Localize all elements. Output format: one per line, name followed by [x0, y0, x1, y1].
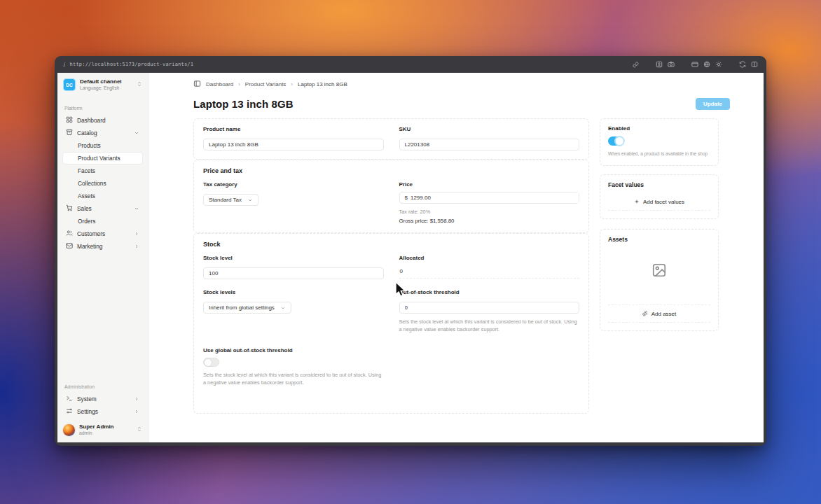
nav-section-platform: Platform: [64, 106, 141, 111]
sliders-icon: [66, 407, 73, 416]
price-tax-card: Price and tax Tax category Standard Tax: [193, 160, 589, 233]
breadcrumb-separator: ›: [291, 81, 293, 88]
sidebar-item-facets[interactable]: Facets: [63, 165, 142, 176]
chevron-right-icon: [134, 396, 139, 402]
channel-language: Language: English: [80, 85, 132, 91]
sidebar-item-label: Products: [78, 142, 139, 149]
stock-card: Stock Stock level Allocated 0 S: [193, 233, 589, 414]
mail-icon: [66, 242, 73, 251]
chevron-down-icon: [134, 206, 139, 211]
tax-rate-text: Tax rate: 20%: [399, 209, 580, 215]
sidebar-item-orders[interactable]: Orders: [63, 216, 142, 227]
tax-category-value: Standard Tax: [209, 197, 242, 203]
stock-levels-value: Inherit from global settings: [209, 304, 275, 311]
price-input-group: $: [399, 192, 580, 204]
breadcrumb-separator: ›: [238, 81, 240, 88]
enabled-label: Enabled: [608, 125, 710, 132]
sidebar-item-customers[interactable]: Customers: [63, 228, 142, 239]
channel-badge: DC: [63, 78, 76, 91]
global-oos-toggle[interactable]: [203, 358, 219, 367]
global-oos-help: Sets the stock level at which this varia…: [203, 372, 384, 386]
breadcrumb-item[interactable]: Product Variants: [245, 81, 287, 88]
breadcrumb-item[interactable]: Dashboard: [206, 81, 233, 88]
sidebar-item-label: Collections: [78, 180, 139, 187]
columns-icon[interactable]: [751, 61, 758, 68]
sidebar-item-settings[interactable]: Settings: [63, 406, 142, 417]
chevron-down-icon: [134, 130, 139, 136]
sidebar-item-collections[interactable]: Collections: [63, 178, 142, 189]
sku-input[interactable]: [399, 139, 580, 150]
sku-label: SKU: [399, 126, 580, 132]
product-name-label: Product name: [203, 126, 384, 132]
sidebar-item-label: Product Variants: [78, 155, 139, 162]
sidebar-item-label: Sales: [77, 205, 130, 212]
sidebar-item-system[interactable]: System: [63, 393, 142, 405]
user-icon[interactable]: [656, 61, 663, 68]
sidebar-item-marketing[interactable]: Marketing: [63, 241, 142, 252]
dashboard-icon: [66, 116, 73, 125]
nav-section-administration: Administration: [64, 384, 141, 389]
sync-icon[interactable]: [739, 61, 746, 68]
paperclip-icon: [642, 310, 648, 318]
browser-window: i http://localhost:5173/product-variants…: [55, 56, 766, 446]
window-icon[interactable]: [691, 61, 698, 68]
avatar: [63, 424, 75, 436]
page-title: Laptop 13 inch 8GB: [193, 98, 294, 110]
sidebar-item-sales[interactable]: Sales: [63, 203, 142, 214]
price-label: Price: [399, 181, 580, 188]
enabled-card: Enabled When enabled, a product is avail…: [600, 118, 719, 166]
stock-levels-label: Stock levels: [203, 289, 384, 295]
url-text[interactable]: http://localhost:5173/product-variants/1: [70, 62, 194, 67]
user-menu[interactable]: Super Admin admin: [57, 419, 148, 442]
channel-selector[interactable]: DC Default channel Language: English: [57, 73, 148, 96]
chevron-right-icon: [134, 231, 139, 237]
add-facet-values-button[interactable]: Add facet values: [608, 194, 710, 211]
oos-threshold-input[interactable]: [399, 302, 580, 314]
sidebar-item-label: Assets: [78, 192, 139, 200]
price-input[interactable]: [410, 192, 579, 203]
chevron-right-icon: [134, 244, 139, 249]
add-facet-values-label: Add facet values: [643, 199, 684, 205]
channel-name: Default channel: [80, 78, 132, 85]
sidebar-item-assets[interactable]: Assets: [63, 190, 142, 202]
update-button[interactable]: Update: [696, 98, 730, 110]
enabled-help: When enabled, a product is available in …: [608, 150, 710, 158]
info-icon[interactable]: i: [63, 62, 65, 68]
stock-level-input[interactable]: [203, 267, 384, 279]
enabled-toggle[interactable]: [608, 136, 624, 146]
sidebar-item-product-variants[interactable]: Product Variants: [63, 153, 142, 164]
chevrons-up-down-icon: [137, 426, 142, 434]
stock-level-label: Stock level: [203, 255, 384, 261]
user-role: admin: [79, 430, 132, 436]
tax-category-label: Tax category: [203, 181, 384, 188]
currency-prefix: $: [400, 195, 410, 201]
name-sku-card: Product name SKU: [193, 118, 589, 160]
sidebar-item-label: Catalog: [77, 130, 130, 136]
panel-left-icon[interactable]: [193, 80, 201, 89]
sidebar: DC Default channel Language: English Pla…: [57, 73, 149, 442]
chevron-right-icon: [134, 409, 139, 414]
image-placeholder-icon: [651, 262, 667, 281]
assets-card: Assets Add asset: [600, 229, 719, 331]
tax-category-select[interactable]: Standard Tax: [203, 194, 258, 206]
stock-heading: Stock: [203, 241, 579, 248]
global-oos-label: Use global out-of-stock threshold: [203, 347, 384, 354]
sidebar-item-label: Settings: [77, 408, 130, 415]
oos-threshold-label: Out-of-stock threshold: [399, 289, 580, 295]
sidebar-item-dashboard[interactable]: Dashboard: [63, 115, 142, 126]
globe-icon[interactable]: [703, 61, 710, 68]
gear-icon[interactable]: [715, 61, 722, 68]
sidebar-item-products[interactable]: Products: [63, 140, 142, 151]
assets-heading: Assets: [608, 236, 710, 243]
link-icon[interactable]: [633, 62, 639, 68]
add-asset-button[interactable]: Add asset: [608, 304, 710, 323]
stock-levels-select[interactable]: Inherit from global settings: [203, 302, 291, 314]
product-name-input[interactable]: [203, 139, 384, 150]
user-name: Super Admin: [79, 424, 132, 430]
camera-icon[interactable]: [668, 61, 675, 68]
sidebar-item-label: Dashboard: [77, 117, 139, 124]
sidebar-item-catalog[interactable]: Catalog: [63, 127, 142, 139]
add-asset-label: Add asset: [651, 311, 677, 317]
facet-values-heading: Facet values: [608, 181, 710, 188]
sidebar-item-label: Facets: [78, 167, 139, 174]
